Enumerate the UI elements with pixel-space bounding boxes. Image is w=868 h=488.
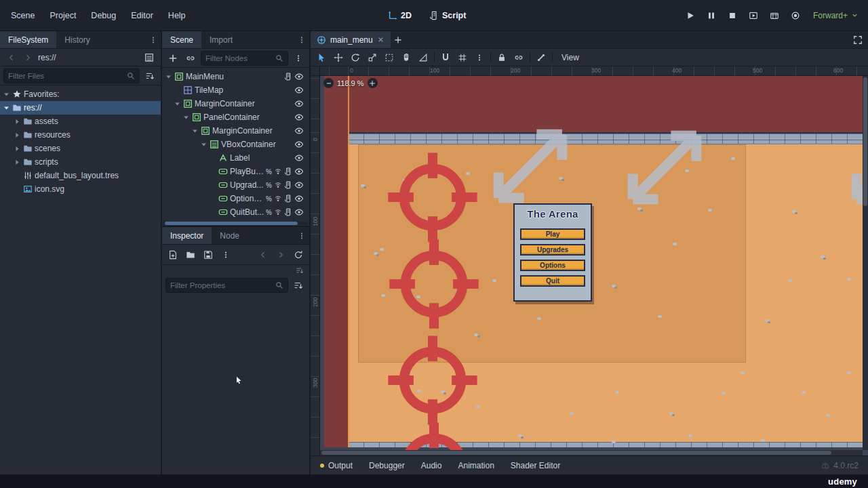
menu-scene[interactable]: Scene — [11, 11, 35, 20]
scrollbar-thumb[interactable] — [321, 451, 831, 455]
grid-snap-button[interactable] — [454, 50, 471, 65]
lock-node-button[interactable] — [494, 50, 510, 65]
filter-files-input[interactable]: Filter Files — [3, 68, 140, 83]
scale-tool-button[interactable] — [364, 50, 380, 65]
tab-history[interactable]: History — [56, 31, 98, 48]
scene-dock-menu-button[interactable] — [294, 31, 309, 48]
new-scene-tab-button[interactable] — [391, 33, 406, 47]
group-node-button[interactable] — [511, 50, 527, 65]
tab-inspector[interactable]: Inspector — [162, 227, 212, 244]
tab-filesystem[interactable]: FileSystem — [0, 31, 56, 48]
workspace-script-button[interactable]: Script — [429, 11, 466, 20]
script-icon[interactable] — [284, 73, 292, 81]
tree-item-resources[interactable]: resources — [0, 128, 161, 142]
caret-right-icon[interactable] — [14, 159, 21, 166]
node-panelcontainer[interactable]: PanelContainer — [162, 110, 309, 124]
skeleton-options-button[interactable] — [533, 50, 549, 65]
bottom-tab-animation[interactable]: Animation — [458, 461, 494, 470]
node-tilemap[interactable]: TileMap — [162, 83, 309, 97]
signal-connection-icon[interactable] — [274, 208, 282, 216]
node-quitbutton[interactable]: QuitBut... % — [162, 205, 309, 219]
node-optionsbutton[interactable]: Options... % — [162, 192, 309, 205]
object-history-button[interactable] — [291, 247, 306, 262]
visibility-eye-icon[interactable] — [294, 207, 304, 217]
snap-options-button[interactable] — [471, 50, 488, 65]
caret-down-icon[interactable] — [191, 127, 199, 135]
stop-button[interactable] — [725, 8, 740, 23]
canvas-content[interactable]: The Arena Play Upgrades Options Quit 118… — [320, 76, 868, 455]
game-quit-button[interactable]: Quit — [520, 275, 585, 287]
rotate-tool-button[interactable] — [347, 50, 363, 65]
pan-tool-button[interactable] — [398, 50, 414, 65]
node-mainmenu[interactable]: MainMenu — [162, 70, 309, 83]
visibility-eye-icon[interactable] — [294, 140, 304, 149]
tree-item-scenes[interactable]: scenes — [0, 142, 161, 155]
close-icon[interactable] — [377, 36, 384, 43]
caret-right-icon[interactable] — [14, 131, 21, 139]
play-scene-button[interactable] — [746, 8, 761, 23]
menu-debug[interactable]: Debug — [91, 11, 116, 20]
node-margincontainer[interactable]: MarginContainer — [162, 97, 309, 110]
filter-properties-input[interactable]: Filter Properties — [165, 278, 288, 293]
script-icon[interactable] — [284, 195, 292, 203]
renderer-dropdown[interactable]: Forward+ — [809, 11, 859, 20]
tree-item-favorites[interactable]: Favorites: — [0, 87, 161, 101]
filesystem-menu-button[interactable] — [146, 31, 161, 48]
new-resource-button[interactable] — [165, 247, 180, 262]
play-button[interactable] — [683, 8, 698, 23]
scrollbar-thumb[interactable] — [863, 77, 867, 206]
smart-snap-button[interactable] — [437, 50, 454, 65]
filter-nodes-input[interactable]: Filter Nodes — [201, 51, 288, 66]
node-label-node[interactable]: Label — [162, 151, 309, 165]
visibility-eye-icon[interactable] — [294, 167, 304, 176]
menu-project[interactable]: Project — [50, 11, 76, 20]
visibility-eye-icon[interactable] — [294, 113, 304, 122]
signal-connection-icon[interactable] — [274, 181, 282, 189]
tree-item-icon-svg[interactable]: icon.svg — [0, 182, 161, 196]
nav-back-button[interactable] — [4, 50, 19, 65]
node-vboxcontainer[interactable]: VBoxContainer — [162, 138, 309, 151]
unique-name-badge[interactable]: % — [266, 209, 272, 216]
history-back-button[interactable] — [256, 247, 271, 262]
zoom-out-button[interactable] — [323, 78, 334, 88]
list-select-tool-button[interactable] — [381, 50, 397, 65]
caret-down-icon[interactable] — [3, 104, 10, 112]
visibility-eye-icon[interactable] — [294, 85, 304, 95]
ruler-tool-button[interactable] — [415, 50, 431, 65]
script-icon[interactable] — [284, 181, 292, 189]
node-upgradesbutton[interactable]: Upgrad... % — [162, 178, 309, 192]
signal-connection-icon[interactable] — [274, 195, 282, 203]
property-sort-button[interactable] — [291, 278, 306, 293]
scene-tree-scrollbar[interactable] — [163, 222, 308, 225]
pause-button[interactable] — [704, 8, 719, 23]
scrollbar-thumb[interactable] — [165, 222, 298, 225]
play-custom-scene-button[interactable] — [767, 8, 782, 23]
menu-editor[interactable]: Editor — [131, 11, 153, 20]
bottom-tab-shader-editor[interactable]: Shader Editor — [511, 461, 560, 470]
script-icon[interactable] — [284, 167, 292, 176]
visibility-eye-icon[interactable] — [294, 194, 304, 203]
canvas-horizontal-scrollbar[interactable] — [320, 450, 863, 455]
visibility-eye-icon[interactable] — [294, 126, 304, 136]
unique-name-badge[interactable]: % — [266, 168, 272, 176]
bottom-tab-output[interactable]: Output — [320, 461, 353, 470]
caret-down-icon[interactable] — [182, 114, 190, 121]
view-menu-button[interactable]: View — [555, 53, 585, 62]
tree-item-scripts[interactable]: scripts — [0, 155, 161, 169]
move-tool-button[interactable] — [330, 50, 347, 65]
caret-down-icon[interactable] — [3, 91, 10, 98]
tab-scene[interactable]: Scene — [162, 31, 201, 48]
select-tool-button[interactable] — [313, 50, 330, 65]
menu-help[interactable]: Help — [168, 11, 186, 20]
tab-node[interactable]: Node — [212, 227, 248, 244]
unique-name-badge[interactable]: % — [266, 195, 272, 203]
inspector-menu-button[interactable] — [294, 227, 309, 244]
tree-item-assets[interactable]: assets — [0, 115, 161, 128]
game-options-button[interactable]: Options — [520, 260, 585, 271]
signal-connection-icon[interactable] — [274, 167, 282, 176]
visibility-eye-icon[interactable] — [294, 180, 304, 190]
movie-mode-button[interactable] — [788, 8, 803, 23]
visibility-eye-icon[interactable] — [294, 72, 304, 81]
visibility-eye-icon[interactable] — [294, 99, 304, 108]
history-forward-button[interactable] — [273, 247, 288, 262]
